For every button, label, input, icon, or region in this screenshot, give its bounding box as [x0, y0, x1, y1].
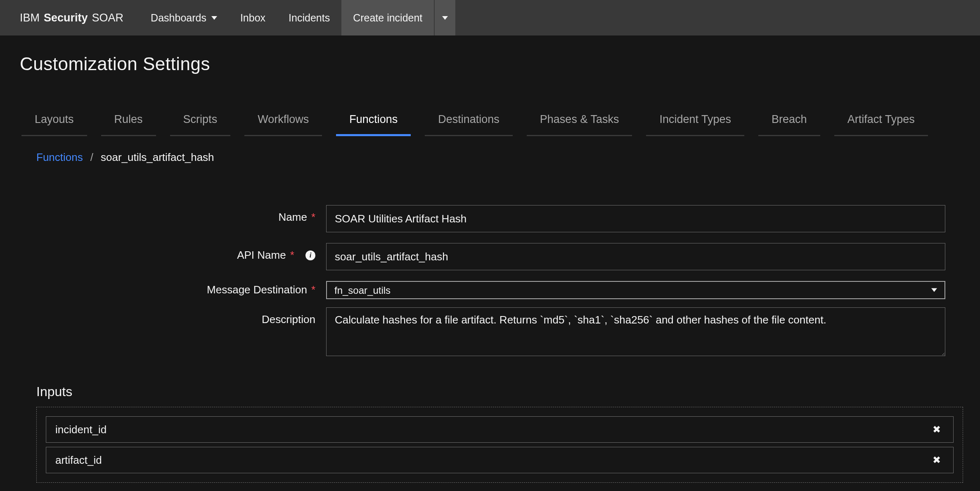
required-mark: *	[311, 283, 315, 296]
tab-layouts[interactable]: Layouts	[21, 107, 87, 136]
nav-inbox-label: Inbox	[240, 12, 265, 24]
close-icon[interactable]: ✖	[929, 453, 944, 467]
api-name-input[interactable]	[326, 243, 945, 270]
tab-destinations[interactable]: Destinations	[425, 107, 513, 136]
label-name: Name *	[0, 205, 326, 224]
row-api-name: API Name * i	[0, 243, 963, 270]
inputs-title: Inputs	[36, 384, 963, 399]
label-description-text: Description	[262, 313, 315, 326]
tab-workflows[interactable]: Workflows	[244, 107, 322, 136]
info-icon[interactable]: i	[305, 250, 315, 260]
nav-dashboards[interactable]: Dashboards	[139, 0, 229, 35]
breadcrumb-current: soar_utils_artifact_hash	[101, 151, 214, 164]
label-api-name-text: API Name	[237, 249, 286, 262]
inputs-dropzone[interactable]: incident_id ✖ artifact_id ✖	[36, 407, 963, 483]
label-message-destination-text: Message Destination	[207, 283, 307, 296]
required-mark: *	[290, 249, 294, 262]
nav-create-incident[interactable]: Create incident	[341, 0, 434, 35]
row-name: Name *	[0, 205, 963, 232]
tab-incident-types[interactable]: Incident Types	[646, 107, 744, 136]
nav-create-incident-dropdown[interactable]	[435, 0, 455, 35]
message-destination-select-wrap: fn_soar_utils	[326, 281, 945, 299]
inputs-section: Inputs incident_id ✖ artifact_id ✖	[0, 369, 980, 483]
tab-breach[interactable]: Breach	[758, 107, 820, 136]
input-chip-label: incident_id	[55, 423, 107, 436]
input-chip[interactable]: artifact_id ✖	[46, 447, 954, 473]
breadcrumb-separator: /	[90, 151, 93, 164]
caret-down-icon	[442, 16, 448, 20]
breadcrumb-functions-link[interactable]: Functions	[36, 151, 83, 164]
nav-incidents[interactable]: Incidents	[277, 0, 341, 35]
label-api-name: API Name * i	[0, 243, 326, 262]
required-mark: *	[311, 211, 315, 224]
nav-incidents-label: Incidents	[289, 12, 330, 24]
tab-scripts[interactable]: Scripts	[170, 107, 231, 136]
tab-functions[interactable]: Functions	[336, 107, 411, 136]
input-chip-label: artifact_id	[55, 454, 102, 467]
brand-soar: SOAR	[92, 12, 124, 24]
brand-logo: IBM Security SOAR	[20, 12, 123, 24]
caret-down-icon	[211, 16, 217, 20]
nav-inbox[interactable]: Inbox	[229, 0, 277, 35]
row-message-destination: Message Destination * fn_soar_utils	[0, 281, 963, 299]
tab-rules[interactable]: Rules	[101, 107, 156, 136]
tab-strip: Layouts Rules Scripts Workflows Function…	[0, 74, 980, 136]
nav-create-incident-label: Create incident	[353, 12, 422, 24]
name-input[interactable]	[326, 205, 945, 232]
row-description: Description	[0, 307, 963, 359]
nav-dashboards-label: Dashboards	[151, 12, 206, 24]
tab-phases-tasks[interactable]: Phases & Tasks	[527, 107, 632, 136]
label-message-destination: Message Destination *	[0, 281, 326, 296]
label-name-text: Name	[279, 211, 307, 224]
brand-ibm: IBM	[20, 12, 40, 24]
close-icon[interactable]: ✖	[929, 422, 944, 437]
top-nav: IBM Security SOAR Dashboards Inbox Incid…	[0, 0, 980, 35]
description-textarea[interactable]	[326, 307, 945, 356]
function-form: Name * API Name * i Message Destination …	[0, 164, 980, 359]
tab-artifact-types[interactable]: Artifact Types	[834, 107, 928, 136]
page-title: Customization Settings	[0, 35, 980, 74]
label-description: Description	[0, 307, 326, 326]
input-chip[interactable]: incident_id ✖	[46, 416, 954, 443]
brand-security: Security	[44, 12, 88, 24]
message-destination-select[interactable]: fn_soar_utils	[326, 281, 945, 299]
breadcrumb: Functions / soar_utils_artifact_hash	[0, 136, 980, 164]
